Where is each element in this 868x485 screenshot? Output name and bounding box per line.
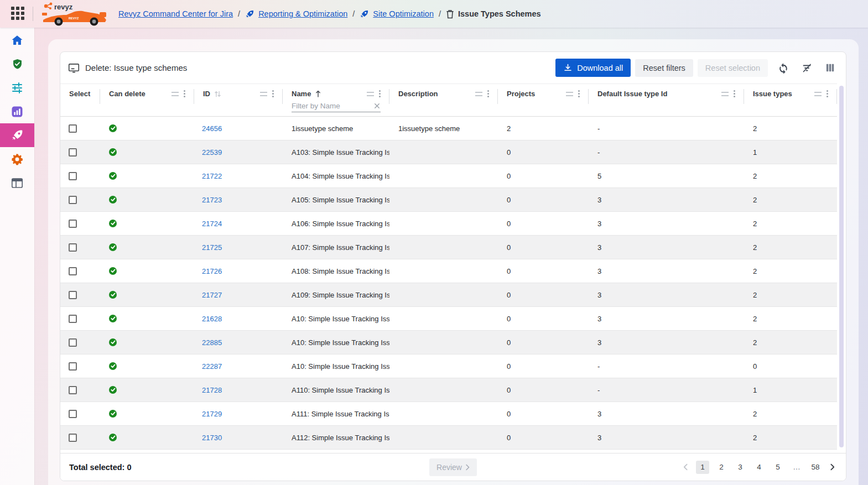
pagination-page[interactable]: 1 bbox=[696, 461, 709, 474]
row-issue-types: 2 bbox=[744, 236, 837, 259]
breadcrumb-current-page: Issue Types Schemes bbox=[458, 9, 541, 18]
shield-check-icon bbox=[12, 58, 23, 70]
sort-updown-icon[interactable] bbox=[214, 90, 221, 98]
breadcrumb-link-reporting[interactable]: Reporting & Optimization bbox=[258, 9, 347, 18]
pagination-pages: 12345…58 bbox=[696, 461, 822, 474]
filter-icon[interactable] bbox=[566, 92, 573, 96]
column-label: Default Issue type Id bbox=[597, 90, 667, 98]
pagination-page[interactable]: 58 bbox=[809, 461, 822, 474]
sort-asc-icon[interactable] bbox=[315, 90, 321, 97]
row-id-link[interactable]: 21725 bbox=[202, 243, 222, 252]
row-id-link[interactable]: 24656 bbox=[202, 124, 222, 133]
row-issue-types: 2 bbox=[744, 307, 837, 330]
table-icon bbox=[11, 178, 23, 189]
revyz-logo[interactable]: revyz REVYZ bbox=[41, 1, 108, 27]
row-checkbox[interactable] bbox=[69, 434, 77, 442]
column-menu-icon[interactable] bbox=[379, 90, 381, 92]
row-checkbox[interactable] bbox=[69, 291, 77, 299]
row-checkbox[interactable] bbox=[69, 362, 77, 371]
pagination-prev-button[interactable] bbox=[681, 462, 690, 472]
row-checkbox[interactable] bbox=[69, 243, 77, 252]
row-id-link[interactable]: 21628 bbox=[202, 315, 222, 323]
row-checkbox[interactable] bbox=[69, 410, 77, 418]
row-id-link[interactable]: 21722 bbox=[202, 172, 222, 180]
row-checkbox[interactable] bbox=[69, 338, 77, 347]
manage-columns-button[interactable] bbox=[823, 60, 838, 75]
review-button[interactable]: Review bbox=[429, 458, 477, 476]
row-issue-types: 2 bbox=[744, 117, 837, 140]
clear-filters-button[interactable] bbox=[799, 60, 815, 76]
breadcrumb-link-site-optimization[interactable]: Site Optimization bbox=[373, 9, 434, 18]
row-description bbox=[389, 283, 498, 306]
column-menu-icon[interactable] bbox=[578, 90, 580, 92]
rocket-icon bbox=[11, 129, 24, 142]
sidebar-item-analytics[interactable] bbox=[0, 100, 34, 123]
column-menu-icon[interactable] bbox=[272, 90, 274, 92]
row-issue-types: 2 bbox=[744, 402, 837, 425]
filter-icon[interactable] bbox=[171, 92, 179, 96]
gear-icon bbox=[11, 153, 23, 165]
row-checkbox[interactable] bbox=[69, 124, 77, 133]
table: Select Can delete ID bbox=[60, 84, 846, 450]
filter-icon[interactable] bbox=[260, 92, 267, 96]
row-checkbox[interactable] bbox=[69, 148, 77, 157]
row-id-link[interactable]: 21723 bbox=[202, 196, 222, 204]
row-checkbox[interactable] bbox=[69, 172, 77, 180]
row-description: 1issuetype scheme bbox=[389, 117, 498, 140]
row-checkbox[interactable] bbox=[69, 386, 77, 394]
sidebar-item-settings[interactable] bbox=[0, 147, 34, 171]
sidebar-item-data-protection[interactable] bbox=[0, 52, 34, 76]
row-issue-types: 2 bbox=[744, 331, 837, 354]
row-id-link[interactable]: 21730 bbox=[202, 434, 222, 442]
refresh-button[interactable] bbox=[776, 60, 791, 76]
download-all-button[interactable]: Download all bbox=[555, 59, 631, 77]
clear-filter-icon[interactable] bbox=[373, 102, 381, 109]
row-checkbox[interactable] bbox=[69, 220, 77, 228]
vertical-scrollbar[interactable] bbox=[839, 86, 844, 447]
pagination-page[interactable]: 5 bbox=[771, 461, 784, 474]
sidebar-item-home[interactable] bbox=[0, 28, 34, 52]
row-id-link[interactable]: 22287 bbox=[202, 362, 222, 371]
chevron-right-icon bbox=[465, 464, 470, 471]
filter-icon[interactable] bbox=[814, 92, 822, 96]
row-description bbox=[389, 140, 498, 164]
filter-icon[interactable] bbox=[721, 92, 729, 96]
column-label: Issue types bbox=[753, 90, 792, 98]
row-default-issue-type-id: - bbox=[589, 140, 744, 164]
sidebar-item-site-optimization[interactable] bbox=[0, 123, 34, 147]
row-projects: 0 bbox=[498, 331, 589, 354]
row-checkbox[interactable] bbox=[69, 196, 77, 204]
sidebar-item-configuration[interactable] bbox=[0, 76, 34, 100]
apps-grid-icon[interactable] bbox=[11, 7, 25, 21]
breadcrumb-link-command-center[interactable]: Revyz Command Center for Jira bbox=[118, 9, 233, 18]
chevron-right-icon bbox=[830, 463, 835, 471]
pagination-page[interactable]: 2 bbox=[715, 461, 728, 474]
row-id-link[interactable]: 21727 bbox=[202, 291, 222, 299]
column-menu-icon[interactable] bbox=[184, 90, 185, 92]
row-checkbox[interactable] bbox=[69, 267, 77, 275]
filter-icon[interactable] bbox=[367, 92, 374, 96]
filter-icon[interactable] bbox=[475, 92, 482, 96]
row-id-link[interactable]: 21724 bbox=[202, 220, 222, 228]
column-menu-icon[interactable] bbox=[734, 90, 735, 92]
row-id-link[interactable]: 21726 bbox=[202, 267, 222, 275]
main-content: Delete: Issue type schemes Download all … bbox=[48, 39, 859, 485]
sidebar-item-app-tables[interactable] bbox=[0, 171, 34, 195]
reset-filters-button[interactable]: Reset filters bbox=[635, 59, 693, 77]
row-issue-types: 2 bbox=[744, 259, 837, 283]
row-id-link[interactable]: 22885 bbox=[202, 338, 222, 347]
row-id-link[interactable]: 22539 bbox=[202, 148, 222, 157]
pagination-next-button[interactable] bbox=[828, 462, 837, 472]
review-label: Review bbox=[436, 463, 462, 472]
name-filter-input[interactable] bbox=[292, 102, 373, 110]
row-id-link[interactable]: 21728 bbox=[202, 386, 222, 394]
column-menu-icon[interactable] bbox=[827, 90, 828, 92]
pagination-page[interactable]: 3 bbox=[734, 461, 747, 474]
row-description bbox=[389, 331, 498, 354]
reset-selection-button[interactable]: Reset selection bbox=[698, 59, 768, 77]
row-id-link[interactable]: 21729 bbox=[202, 410, 222, 418]
column-menu-icon[interactable] bbox=[487, 90, 489, 92]
pagination-page[interactable]: 4 bbox=[752, 461, 766, 474]
monitor-minus-icon bbox=[68, 62, 80, 74]
row-checkbox[interactable] bbox=[69, 315, 77, 323]
